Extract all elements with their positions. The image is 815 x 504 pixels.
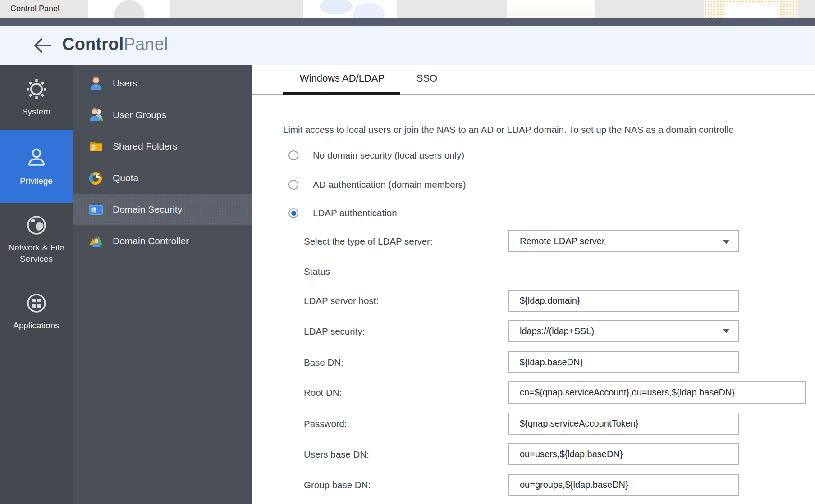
rail-item-network-file-services[interactable]: Network & File Services <box>0 203 73 276</box>
radio-ad-authentication[interactable]: AD authentication (domain members) <box>288 178 466 191</box>
control-panel-window: Control Panel ControlPanel <box>0 0 815 504</box>
rail-item-system[interactable]: System <box>0 65 73 130</box>
page-title: ControlPanel <box>62 35 168 54</box>
menu-item-label: Shared Folders <box>113 141 178 152</box>
chevron-down-icon <box>723 240 729 244</box>
apps-grid-icon <box>25 292 48 314</box>
password-label: Password: <box>304 413 347 435</box>
radio-label: No domain security (local users only) <box>313 150 464 161</box>
ldap-server-host-label: LDAP server host: <box>304 290 379 312</box>
menu-item-shared-folders[interactable]: Shared Folders <box>73 131 252 162</box>
base-dn-input[interactable] <box>508 351 739 373</box>
menu-item-label: Quota <box>113 173 138 183</box>
domain-security-badge-icon <box>88 201 104 218</box>
shared-folder-icon <box>88 138 104 154</box>
radio-no-domain-security[interactable]: No domain security (local users only) <box>288 149 464 162</box>
back-button[interactable] <box>32 36 52 54</box>
menu-item-label: Users <box>113 78 137 89</box>
page-title-bold: Control <box>62 35 124 54</box>
rail-item-label: Privilege <box>3 176 70 187</box>
radio-label: LDAP authentication <box>313 208 397 218</box>
users-base-dn-input[interactable] <box>508 443 739 465</box>
ldap-type-value: Remote LDAP server <box>520 236 605 246</box>
user-groups-icon <box>88 107 104 123</box>
ldap-security-value: ldaps://(ldap+SSL) <box>520 326 594 336</box>
menu-item-label: Domain Controller <box>113 236 189 246</box>
chevron-down-icon <box>723 329 729 333</box>
status-label: Status <box>304 260 330 282</box>
radio-selected-icon[interactable] <box>288 208 298 218</box>
privilege-menu: Users User Groups <box>73 65 252 504</box>
page-title-light: Panel <box>124 35 168 54</box>
root-dn-input[interactable] <box>508 381 806 404</box>
window-thumbnail[interactable] <box>88 0 170 18</box>
window-header: ControlPanel <box>0 26 815 65</box>
ldap-type-label: Select the type of LDAP server: <box>304 230 433 252</box>
taskbar-app-title: Control Panel <box>10 0 60 18</box>
quota-donut-icon <box>88 170 104 186</box>
menu-item-label: User Groups <box>113 109 166 120</box>
base-dn-label: Base DN: <box>304 351 343 373</box>
globe-icon <box>25 214 48 236</box>
person-icon <box>25 146 48 170</box>
menu-item-user-groups[interactable]: User Groups <box>73 99 252 131</box>
rail-item-label: Applications <box>3 320 70 331</box>
group-base-dn-input[interactable] <box>508 474 739 496</box>
taskbar: Control Panel <box>0 0 815 18</box>
ldap-security-dropdown[interactable]: ldaps://(ldap+SSL) <box>508 320 739 342</box>
user-icon <box>88 75 104 91</box>
window-thumbnail[interactable] <box>704 0 798 18</box>
radio-ldap-authentication[interactable]: LDAP authentication <box>288 206 397 220</box>
tab-windows-ad-ldap[interactable]: Windows AD/LDAP <box>299 65 385 94</box>
radio-label: AD authentication (domain members) <box>313 179 466 190</box>
window-top-bar <box>0 18 815 26</box>
menu-item-quota[interactable]: Quota <box>73 162 252 194</box>
menu-item-label: Domain Security <box>113 204 182 215</box>
tab-sso[interactable]: SSO <box>414 65 440 94</box>
ldap-server-host-input[interactable] <box>508 290 739 312</box>
active-tab-underline <box>283 92 400 95</box>
rail-item-privilege[interactable]: Privilege <box>0 130 73 203</box>
panel-description: Limit access to local users or join the … <box>283 124 815 137</box>
password-input[interactable] <box>508 413 739 435</box>
rail-item-applications[interactable]: Applications <box>0 276 73 347</box>
window-thumbnail[interactable] <box>303 0 397 18</box>
users-base-dn-label: Users base DN: <box>304 443 369 465</box>
category-rail: System Privilege Network & File Services <box>0 65 73 504</box>
domain-controller-icon <box>88 233 104 249</box>
radio-icon[interactable] <box>288 180 298 190</box>
window-thumbnail[interactable] <box>507 0 595 18</box>
menu-item-domain-controller[interactable]: Domain Controller <box>73 225 252 257</box>
rail-item-label: System <box>3 106 70 118</box>
menu-item-domain-security[interactable]: Domain Security <box>73 194 252 225</box>
root-dn-label: Root DN: <box>304 381 342 404</box>
menu-item-users[interactable]: Users <box>73 68 252 99</box>
gear-icon <box>25 78 48 100</box>
rail-item-label: Network & File Services <box>3 242 70 264</box>
radio-icon[interactable] <box>288 150 298 160</box>
ldap-type-dropdown[interactable]: Remote LDAP server <box>508 230 739 252</box>
ldap-security-label: LDAP security: <box>304 320 365 342</box>
arrow-left-icon <box>32 36 52 54</box>
group-base-dn-label: Group base DN: <box>304 474 371 496</box>
domain-security-panel: Windows AD/LDAP SSO Limit access to loca… <box>252 65 815 504</box>
